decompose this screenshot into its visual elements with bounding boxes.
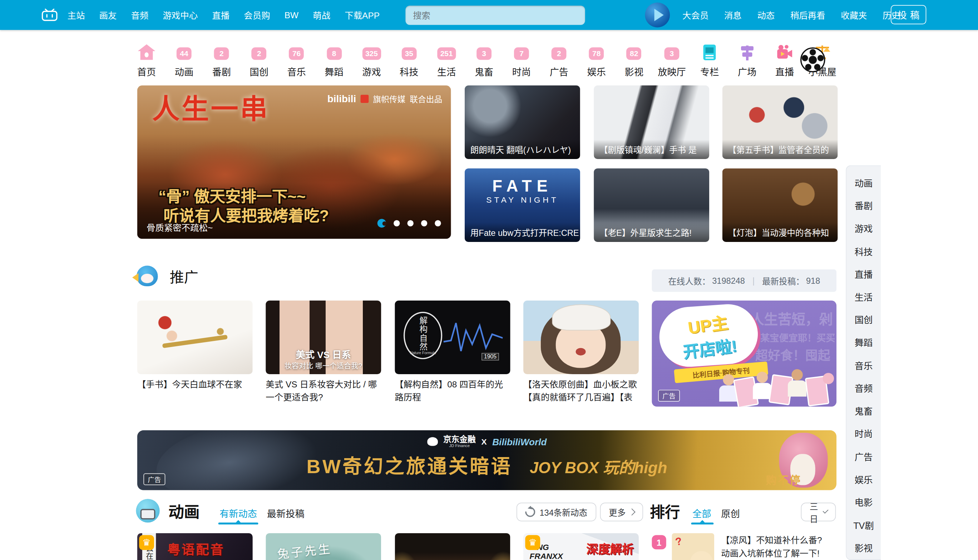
promo-video-title[interactable]: 美式 VS 日系妆容大对比 / 哪一个更适合我? (266, 378, 381, 404)
nav-item-vip[interactable]: 大会员 (682, 8, 708, 21)
rank-tab-original[interactable]: 原创 (721, 507, 740, 520)
featured-video-card[interactable]: 【剧版镇魂/巍澜】手书 是 (594, 85, 709, 159)
sidenav-item-cinephile[interactable]: 影视 (846, 536, 881, 559)
promo-video-title[interactable]: 【解构自然】08 四百年的光路历程 (395, 378, 510, 404)
tab-latest-posts[interactable]: 最新投稿 (267, 507, 305, 520)
sidenav-item-dance[interactable]: 舞蹈 (846, 330, 881, 353)
sidenav-item-audio[interactable]: 音频 (846, 376, 881, 399)
nav-item-feed[interactable]: 动态 (757, 8, 775, 21)
refresh-icon (523, 505, 537, 519)
card-overlay-text: 美式 VS 日系 妆容对比 哪一个适合我? (266, 347, 381, 371)
nav-item-shop[interactable]: 会员购 (244, 8, 270, 21)
featured-video-card[interactable]: FATE STAY NIGHT 用Fate ubw方式打开RE:CRE (465, 168, 580, 242)
category-item-fashion[interactable]: 7 时尚 (508, 45, 535, 78)
sidenav-item-tech[interactable]: 科技 (846, 240, 881, 262)
category-item-bangumi[interactable]: 2 番剧 (208, 45, 235, 78)
sidenav-item-entertainment[interactable]: 娱乐 (846, 467, 881, 490)
nav-item-audio[interactable]: 音频 (131, 8, 148, 21)
sidenav-item-kichiku[interactable]: 鬼畜 (846, 399, 881, 422)
featured-video-card[interactable]: 【灯泡】当动漫中的各种知 (722, 168, 838, 242)
nav-item-bw[interactable]: BW (285, 10, 298, 20)
anime-video-card[interactable]: 兔子先生 (266, 533, 381, 560)
category-item-entertainment[interactable]: 78 娱乐 (583, 45, 610, 78)
bilibili-tv-logo-icon[interactable] (41, 8, 58, 22)
user-avatar[interactable] (645, 3, 670, 28)
promo-video-card[interactable] (523, 300, 639, 374)
featured-video-card[interactable]: 【老E】外星版求生之路! (594, 168, 709, 242)
category-item-article[interactable]: 专栏 (696, 45, 723, 78)
carousel-dot[interactable] (407, 220, 413, 226)
sidenav-item-music[interactable]: 音乐 (846, 353, 881, 376)
chevron-down-icon (823, 508, 828, 513)
promo-ad-card[interactable]: 人生苦短，剁 子比某宝便宜耶！买买 超好食！囤起 UP主 开店啦! 比利日报·购… (652, 300, 837, 407)
nav-item-gamecenter[interactable]: 游戏中心 (163, 8, 198, 21)
carousel-dot-active[interactable] (378, 219, 386, 227)
banner-ad[interactable]: 京东金融JD Finance X BilibiliWorld BW奇幻之旅通关暗… (137, 430, 836, 490)
ad-cloud-logo: UP主 开店啦! (657, 302, 760, 369)
nav-item-huayou[interactable]: 画友 (99, 8, 117, 21)
nav-item-moe[interactable]: 萌战 (313, 8, 330, 21)
video-title: 【剧版镇魂/巍澜】手书 是 (594, 140, 709, 159)
category-label: 番剧 (212, 65, 231, 78)
promo-video-title[interactable]: 【手书】今天白血球不在家 (137, 378, 253, 391)
upload-button[interactable]: 投稿 (891, 5, 926, 24)
chevron-right-icon (628, 508, 636, 516)
main-carousel[interactable]: 人生一串 bilibili 旗帜传媒 联合出品 “骨” 傲天安排一下~~ 听说有… (137, 85, 451, 239)
category-item-cinephile[interactable]: 82 影视 (620, 45, 648, 78)
category-badge: 251 (437, 47, 456, 60)
featured-video-card[interactable]: 【第五手书】监管者全员的 (722, 85, 838, 159)
category-item-tech[interactable]: 35 科技 (395, 45, 423, 78)
carousel-dot[interactable] (435, 220, 441, 226)
nav-item-messages[interactable]: 消息 (724, 8, 742, 21)
card-circle-logo: 解构自然 Nature Formula (403, 312, 442, 360)
sidenav-item-tv[interactable]: TV剧 (846, 513, 881, 536)
category-item-kichiku[interactable]: 3 鬼畜 (470, 45, 498, 78)
category-item-game[interactable]: 325 游戏 (358, 45, 385, 78)
category-item-dance[interactable]: 8 舞蹈 (320, 45, 348, 78)
nav-item-watch-later[interactable]: 稍后再看 (790, 8, 825, 21)
latest-value: 918 (806, 276, 820, 285)
rank-item-title[interactable]: 【凉风】不知道补什么番? 动画入坑新体位了解一下! (721, 534, 837, 560)
nav-item-mainsite[interactable]: 主站 (67, 8, 85, 21)
refresh-new-feed-button[interactable]: 134条新动态 (516, 502, 596, 521)
nav-item-favorites[interactable]: 收藏夹 (841, 8, 867, 21)
sidenav-item-movie[interactable]: 电影 (846, 490, 881, 513)
rank-tab-all[interactable]: 全部 (692, 507, 711, 520)
promo-video-title[interactable]: 【洛天依原创曲】血小板之歌【真的就循环了几百遍】【表 (523, 378, 639, 404)
category-item-theater[interactable]: 3 放映厅 (658, 45, 686, 78)
anime-video-card[interactable]: LING FRANXX 深度解析 国家队到底在讲啥? ♛ (523, 533, 639, 560)
soccer-ball-icon[interactable] (800, 48, 825, 73)
sidenav-item-anime[interactable]: 动画 (846, 171, 881, 194)
sidenav-item-guochuang[interactable]: 国创 (846, 308, 881, 330)
sidenav-item-fashion[interactable]: 时尚 (846, 422, 881, 445)
category-item-ad[interactable]: 2 广告 (545, 45, 573, 78)
sidenav-item-live[interactable]: 直播 (846, 262, 881, 285)
category-item-plaza[interactable]: 广场 (733, 45, 761, 78)
rank-item-thumbnail[interactable]: ? (671, 533, 714, 560)
sidenav-item-life[interactable]: 生活 (846, 285, 881, 308)
sidenav-item-ad[interactable]: 广告 (846, 445, 881, 467)
anime-video-card[interactable]: 怎么在 粤语配音 ♛ (137, 533, 253, 560)
sidenav-item-bangumi[interactable]: 番剧 (846, 194, 881, 217)
category-item-live[interactable]: 直播 (771, 45, 798, 78)
period-dropdown[interactable]: 三日 (801, 502, 836, 521)
carousel-dot[interactable] (421, 220, 427, 226)
promo-video-card[interactable]: 美式 VS 日系 妆容对比 哪一个适合我? (266, 300, 381, 374)
promo-video-card[interactable]: 解构自然 Nature Formula 1905 (395, 300, 510, 374)
active-tab-underline (218, 522, 258, 524)
sidenav-item-game[interactable]: 游戏 (846, 217, 881, 240)
category-item-life[interactable]: 251 生活 (433, 45, 460, 78)
carousel-dot[interactable] (393, 220, 400, 226)
promo-video-card[interactable] (137, 300, 253, 374)
anime-video-card[interactable] (395, 533, 510, 560)
category-item-guochuang[interactable]: 2 国创 (245, 45, 273, 78)
category-item-home[interactable]: 首页 (133, 45, 160, 78)
nav-item-live[interactable]: 直播 (212, 8, 230, 21)
more-button[interactable]: 更多 (600, 502, 643, 521)
featured-video-card[interactable]: 朗朗晴天 翻唱(ハレハレヤ) (465, 85, 580, 159)
tab-new-activity[interactable]: 有新动态 (220, 507, 257, 520)
category-item-anime[interactable]: 44 动画 (170, 45, 198, 78)
nav-item-download-app[interactable]: 下载APP (345, 8, 380, 21)
search-input[interactable] (405, 6, 585, 25)
category-item-music[interactable]: 76 音乐 (283, 45, 310, 78)
